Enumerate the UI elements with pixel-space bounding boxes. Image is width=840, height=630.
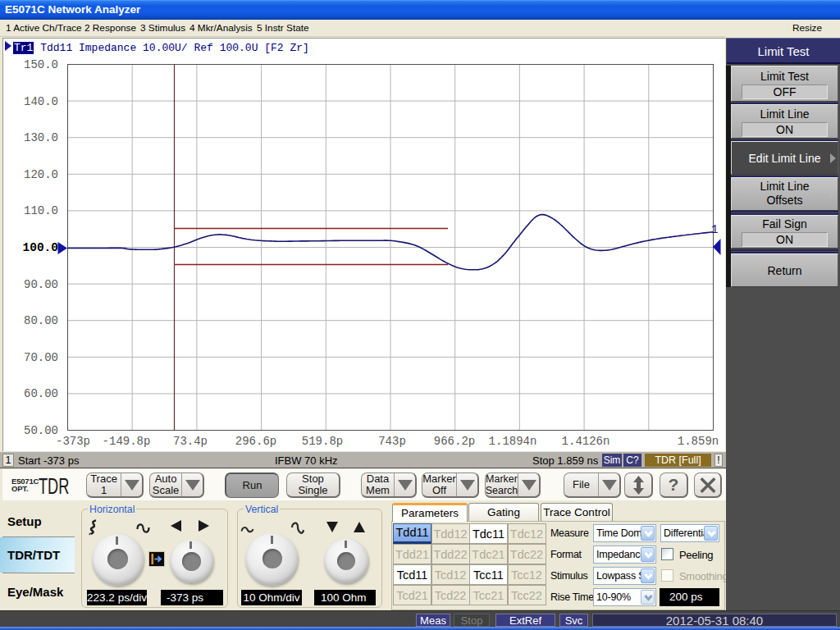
svg-text:1.859n: 1.859n [678,435,719,448]
svg-text:966.2p: 966.2p [434,435,475,448]
svg-text:90.00: 90.00 [24,278,58,291]
svg-text:296.6p: 296.6p [235,435,276,448]
svg-text:60.00: 60.00 [24,387,58,400]
svg-text:743p: 743p [378,435,406,448]
svg-text:150.0: 150.0 [24,58,58,71]
svg-text:519.8p: 519.8p [302,435,343,448]
svg-text:80.00: 80.00 [24,314,58,327]
svg-text:50.00: 50.00 [24,424,58,437]
svg-text:1: 1 [711,223,718,236]
svg-text:100.0: 100.0 [22,241,58,254]
svg-text:-149.8p: -149.8p [103,435,151,448]
svg-text:120.0: 120.0 [24,168,58,181]
svg-text:110.0: 110.0 [24,204,58,217]
svg-text:1.4126n: 1.4126n [562,435,610,448]
svg-text:73.4p: 73.4p [173,435,208,448]
svg-text:-373p: -373p [56,435,90,448]
svg-text:70.00: 70.00 [24,351,58,364]
svg-text:130.0: 130.0 [24,131,58,144]
svg-text:1.1894n: 1.1894n [489,435,537,448]
svg-text:140.0: 140.0 [24,95,58,108]
